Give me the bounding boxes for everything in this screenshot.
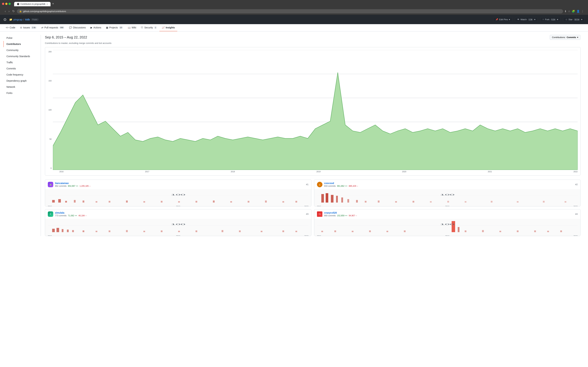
nav-code[interactable]: <> Code: [3, 24, 18, 31]
chart-area: 2016 2017 2018 2019 2020 2021 2022: [53, 50, 578, 173]
svg-rect-29: [321, 194, 324, 202]
chart-label-2019-2: 2019: [445, 205, 449, 207]
repo-name-link[interactable]: tidb: [25, 18, 30, 21]
svg-rect-70: [334, 230, 336, 232]
additions-4: 152,859 ++: [337, 215, 347, 217]
contrib-chart-svg-2: 100: [317, 191, 578, 204]
star-button[interactable]: ☆ Star 32.1k ▾: [563, 17, 585, 22]
svg-rect-16: [161, 201, 162, 202]
contributions-dropdown[interactable]: Contributions: Commits ▾: [550, 35, 580, 40]
nav-issues[interactable]: ⊙ Issues 2.6k: [18, 24, 39, 31]
star-count: 32.1k: [573, 18, 580, 21]
svg-rect-75: [452, 221, 455, 232]
chart-label-2016-3: 2016: [48, 235, 52, 236]
back-button[interactable]: ‹: [4, 9, 7, 13]
svg-rect-56: [109, 230, 110, 232]
sidebar-item-community[interactable]: Community: [3, 47, 41, 53]
fork-button[interactable]: ⑂ Fork 5.2k ▾: [540, 17, 560, 22]
projects-badge: 10: [119, 26, 123, 29]
contributor-name-4[interactable]: crazycs520: [324, 211, 573, 214]
contributor-card-2: c coocood 933 commits 961,862 ++ 885,429…: [314, 180, 580, 207]
contrib-chart-labels-4: 2016 2019 2022: [317, 235, 578, 236]
close-dot[interactable]: [2, 3, 4, 5]
contributor-stats-1: 962 commits 854,997 ++ 1,205,185 --: [55, 185, 304, 187]
sidebar-item-forks[interactable]: Forks: [3, 90, 41, 96]
dropdown-chevron-icon: ▾: [577, 36, 578, 39]
watch-button[interactable]: 👁 Watch 1.3k ▾: [515, 17, 538, 22]
profile-icon[interactable]: 👤: [576, 10, 580, 13]
sidebar-item-community-standards[interactable]: Community Standards: [3, 53, 41, 59]
svg-rect-59: [161, 230, 162, 232]
rank-4: #4: [575, 213, 578, 215]
chart-label-2022-4: 2022: [573, 235, 578, 236]
active-tab[interactable]: ⚫ Contributors to pingcap/tidb ✕: [14, 2, 50, 6]
svg-rect-80: [517, 230, 519, 232]
sidebar-item-commits[interactable]: Commits: [3, 66, 41, 72]
tab-bar: ⚫ Contributors to pingcap/tidb ✕ +: [14, 1, 55, 6]
nav-actions[interactable]: ▶ Actions: [88, 24, 104, 31]
nav-discussions[interactable]: 💬 Discussions: [67, 24, 88, 31]
contrib-chart-svg-4: 100: [317, 220, 578, 234]
avatar-tiancaiamao: 🤖: [48, 182, 53, 187]
sidebar-item-pulse[interactable]: Pulse: [3, 35, 41, 41]
star-icon: ☆: [565, 18, 567, 21]
svg-rect-52: [67, 230, 68, 232]
refresh-button[interactable]: ↻: [12, 9, 16, 13]
contributor-chart-4: 100 2016 2019 2022: [314, 219, 580, 236]
edit-pins-button[interactable]: 📌 Edit Pins ▾: [493, 17, 512, 22]
watch-count: 1.3k: [528, 18, 533, 21]
svg-rect-71: [352, 231, 353, 232]
new-tab-button[interactable]: +: [51, 1, 55, 6]
sidebar-item-contributors[interactable]: Contributors: [3, 41, 41, 47]
tab-close-button[interactable]: ✕: [46, 3, 48, 5]
commits-2: 933 commits: [324, 185, 336, 187]
repo-owner-link[interactable]: pingcap: [13, 18, 23, 21]
extensions-icon[interactable]: 🧩: [572, 10, 575, 13]
sidebar-item-code-frequency[interactable]: Code frequency: [3, 72, 41, 78]
deletions-1: 1,205,185 --: [80, 185, 91, 187]
svg-rect-73: [386, 231, 388, 232]
svg-rect-35: [356, 200, 358, 202]
actions-icon: ▶: [91, 26, 92, 29]
sidebar-item-dependency-graph[interactable]: Dependency graph: [3, 78, 41, 84]
svg-rect-82: [547, 231, 549, 232]
contributor-name-2[interactable]: coocood: [324, 182, 573, 184]
chart-label-2019-1: 2019: [176, 205, 180, 207]
main-chart-svg: [53, 50, 578, 170]
menu-icon[interactable]: ⋮: [581, 10, 584, 13]
contributor-name-3[interactable]: zimulala: [55, 211, 304, 214]
sidebar-item-traffic[interactable]: Traffic: [3, 59, 41, 66]
download-icon[interactable]: ⬇: [564, 10, 567, 13]
sidebar-item-network[interactable]: Network: [3, 84, 41, 90]
contributor-header-3: Z zimulala 773 commits 71,082 ++ 46,184 …: [45, 209, 311, 219]
nav-pull-requests[interactable]: ⇄ Pull requests 990: [39, 24, 67, 31]
svg-rect-66: [295, 231, 297, 232]
nav-wiki[interactable]: 📖 Wiki: [125, 24, 138, 31]
nav-security[interactable]: 🛡 Security 1: [138, 24, 160, 31]
svg-rect-10: [74, 200, 76, 202]
x-label-2022: 2022: [573, 171, 578, 173]
chart-label-2022-1: 2022: [304, 205, 309, 207]
svg-rect-21: [248, 201, 249, 202]
bookmark-icon[interactable]: ☆: [568, 10, 570, 13]
svg-rect-65: [282, 230, 284, 232]
svg-rect-53: [72, 230, 74, 232]
nav-projects[interactable]: ▦ Projects 10: [104, 24, 125, 31]
contrib-chart-labels-1: 2016 2019 2022: [48, 205, 309, 207]
svg-rect-11: [83, 200, 84, 202]
svg-rect-12: [96, 201, 97, 202]
contributor-info-2: coocood 933 commits 961,862 ++ 885,429 -…: [324, 182, 573, 187]
chart-label-2016-1: 2016: [48, 205, 52, 207]
contributor-name-1[interactable]: tiancaiamao: [55, 182, 304, 184]
nav-icon-group: ⬇ ☆ 🧩 👤 ⋮: [564, 10, 584, 13]
address-bar[interactable]: 🔒 github.com/pingcap/tidb/graphs/contrib…: [17, 9, 563, 13]
nav-insights[interactable]: 📈 Insights: [160, 24, 177, 31]
maximize-dot[interactable]: [8, 3, 11, 5]
minimize-dot[interactable]: [5, 3, 8, 5]
issues-icon: ⊙: [20, 26, 22, 29]
svg-rect-20: [230, 201, 232, 202]
svg-text:100: 100: [171, 224, 185, 225]
deletions-2: 885,429 --: [349, 185, 358, 187]
svg-rect-79: [499, 231, 501, 232]
forward-button[interactable]: ›: [8, 9, 10, 13]
